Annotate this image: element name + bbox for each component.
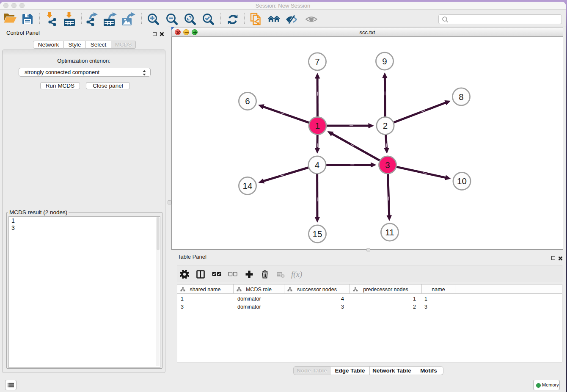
svg-text:8: 8 [459,92,463,102]
svg-text:f(x): f(x) [291,270,302,279]
svg-text:11: 11 [385,227,394,237]
svg-text:15: 15 [313,229,322,239]
svg-text:6: 6 [245,96,250,106]
svg-text:4: 4 [315,160,319,170]
svg-text:10: 10 [457,176,467,186]
svg-text:14: 14 [243,181,253,190]
svg-text:2: 2 [383,121,388,130]
svg-text:7: 7 [315,57,319,66]
svg-text:3: 3 [385,160,390,170]
svg-text:1: 1 [315,121,320,130]
svg-text:9: 9 [382,56,387,66]
